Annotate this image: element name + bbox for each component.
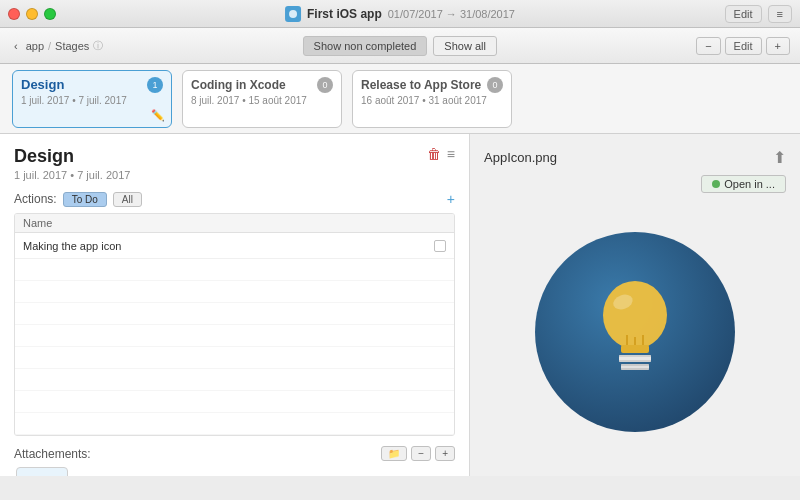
stage-date-design: 1 juil. 2017 • 7 juil. 2017	[21, 95, 163, 106]
empty-row-5	[15, 347, 454, 369]
title-date-range: 01/07/2017 → 31/08/2017	[388, 8, 515, 20]
toolbar: ‹ app / Stages ⓘ Show non completed Show…	[0, 28, 800, 64]
stages-row: Design 1 1 juil. 2017 • 7 juil. 2017 ✏️ …	[0, 64, 800, 134]
titlebar-center: First iOS app 01/07/2017 → 31/08/2017	[285, 6, 515, 22]
open-btn-label: Open in ...	[724, 178, 775, 190]
delete-icon[interactable]: 🗑	[427, 146, 441, 162]
close-button[interactable]	[8, 8, 20, 20]
empty-row-8	[15, 413, 454, 435]
stage-card-coding[interactable]: Coding in Xcode 0 8 juil. 2017 • 15 août…	[182, 70, 342, 128]
attach-buttons: 📁 − +	[381, 446, 455, 461]
stage-title-design: Design	[21, 77, 64, 92]
stage-edit-icon-design: ✏️	[151, 109, 165, 122]
empty-row-2	[15, 281, 454, 303]
svg-rect-9	[619, 360, 651, 362]
action-text-0: Making the app icon	[23, 240, 434, 252]
back-button[interactable]: ‹	[10, 38, 22, 54]
empty-row-6	[15, 369, 454, 391]
open-btn-dot	[712, 180, 720, 188]
stage-badge-coding: 0	[317, 77, 333, 93]
stage-date-coding: 8 juil. 2017 • 15 août 2017	[191, 95, 333, 106]
stage-title-release: Release to App Store	[361, 78, 481, 92]
maximize-button[interactable]	[44, 8, 56, 20]
open-in-button[interactable]: Open in ...	[701, 175, 786, 193]
menu-button[interactable]: ≡	[768, 5, 792, 23]
filter-non-completed[interactable]: Show non completed	[303, 36, 428, 56]
actions-header: Actions: To Do All +	[14, 191, 455, 207]
svg-rect-11	[621, 364, 649, 366]
stage-title-coding: Coding in Xcode	[191, 78, 286, 92]
empty-row-1	[15, 259, 454, 281]
attach-folder-btn[interactable]: 📁	[381, 446, 407, 461]
lightbulb-circle	[535, 232, 735, 432]
edit-button-title[interactable]: Edit	[725, 5, 762, 23]
right-panel: AppIcon.png ⬆ Open in ...	[470, 134, 800, 476]
panel-header: Design 1 juil. 2017 • 7 juil. 2017 🗑 ≡	[14, 146, 455, 181]
lightbulb-icon	[575, 267, 695, 397]
stage-badge-release: 0	[487, 77, 503, 93]
lightbulb-container	[535, 201, 735, 462]
stages-label: Stages	[55, 40, 89, 52]
add-action-button[interactable]: +	[447, 191, 455, 207]
toolbar-left: ‹ app / Stages ⓘ	[10, 38, 103, 54]
filter-show-all[interactable]: Show all	[433, 36, 497, 56]
right-panel-header: AppIcon.png ⬆	[484, 148, 786, 167]
actions-label: Actions:	[14, 192, 57, 206]
attachments-label: Attachements:	[14, 447, 381, 461]
stages-info-icon: ⓘ	[93, 39, 103, 53]
svg-point-0	[289, 10, 297, 18]
export-icon[interactable]: ⬆	[773, 148, 786, 167]
stage-date-release: 16 août 2017 • 31 août 2017	[361, 95, 503, 106]
panel-title: Design	[14, 146, 455, 167]
panel-date: 1 juil. 2017 • 7 juil. 2017	[14, 169, 455, 181]
empty-row-4	[15, 325, 454, 347]
back-label: app	[26, 40, 44, 52]
action-row-0: Making the app icon	[15, 233, 454, 259]
attachment-thumb-0	[16, 467, 68, 476]
left-panel: Design 1 juil. 2017 • 7 juil. 2017 🗑 ≡ A…	[0, 134, 470, 476]
list-icon[interactable]: ≡	[447, 146, 455, 162]
attachments-section: Attachements: 📁 − + AppIcon.png	[14, 446, 455, 476]
right-panel-filename: AppIcon.png	[484, 150, 557, 165]
titlebar-actions: Edit ≡	[725, 5, 792, 23]
actions-table: Name Making the app icon	[14, 213, 455, 436]
window-controls	[8, 8, 56, 20]
tab-todo[interactable]: To Do	[63, 192, 107, 207]
attach-minus-btn[interactable]: −	[411, 446, 431, 461]
empty-row-7	[15, 391, 454, 413]
name-column-label: Name	[23, 217, 52, 229]
titlebar: First iOS app 01/07/2017 → 31/08/2017 Ed…	[0, 0, 800, 28]
plus-button[interactable]: +	[766, 37, 790, 55]
stage-card-release[interactable]: Release to App Store 0 16 août 2017 • 31…	[352, 70, 512, 128]
toolbar-right: − Edit +	[696, 37, 790, 55]
tab-all[interactable]: All	[113, 192, 142, 207]
actions-column-header: Name	[15, 214, 454, 233]
action-checkbox-0[interactable]	[434, 240, 446, 252]
attachments-header: Attachements: 📁 − +	[14, 446, 455, 461]
svg-rect-12	[621, 368, 649, 370]
minus-button[interactable]: −	[696, 37, 720, 55]
attachment-item-0[interactable]: AppIcon.png	[14, 467, 70, 476]
svg-rect-8	[619, 355, 651, 357]
stage-badge-design: 1	[147, 77, 163, 93]
stage-card-design[interactable]: Design 1 1 juil. 2017 • 7 juil. 2017 ✏️	[12, 70, 172, 128]
empty-row-3	[15, 303, 454, 325]
minimize-button[interactable]	[26, 8, 38, 20]
edit-button-toolbar[interactable]: Edit	[725, 37, 762, 55]
main-content: Design 1 juil. 2017 • 7 juil. 2017 🗑 ≡ A…	[0, 134, 800, 476]
toolbar-filters: Show non completed Show all	[303, 36, 497, 56]
open-btn-row: Open in ...	[484, 175, 786, 193]
attach-plus-btn[interactable]: +	[435, 446, 455, 461]
app-icon	[285, 6, 301, 22]
svg-rect-6	[621, 345, 649, 353]
separator: /	[48, 40, 51, 52]
app-title: First iOS app	[307, 7, 382, 21]
